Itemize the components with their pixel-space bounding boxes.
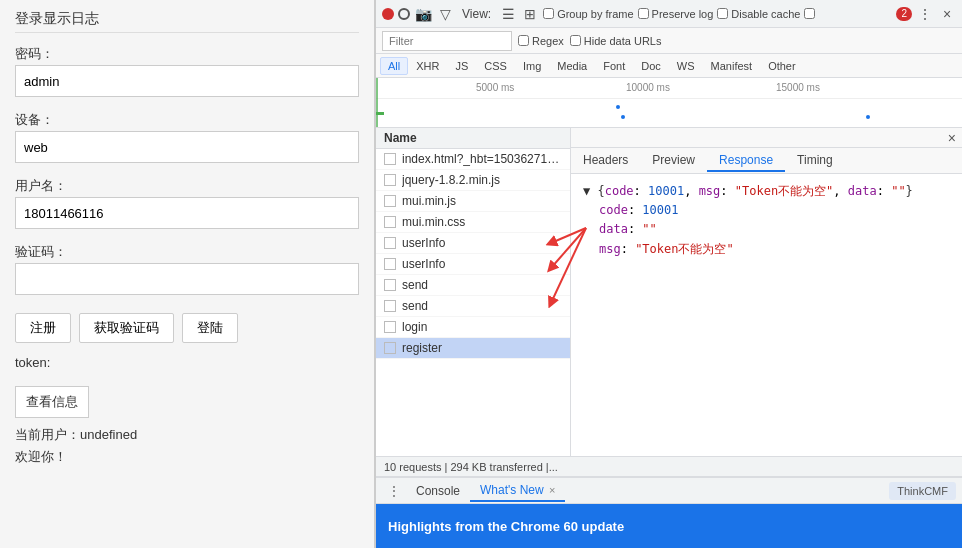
disable-cache-input[interactable] [717,8,728,19]
console-dots-icon[interactable]: ⋮ [382,481,406,501]
file-item-login[interactable]: login [376,317,570,338]
hide-data-urls-input[interactable] [570,35,581,46]
file-checkbox-jquery[interactable] [384,174,396,186]
get-captcha-button[interactable]: 获取验证码 [79,313,174,343]
timeline-area: 5000 ms 10000 ms 15000 ms [376,78,962,128]
console-tabs: ⋮ Console What's New × ThinkCMF [376,478,962,504]
offline-checkbox[interactable] [804,8,815,19]
file-name-index: index.html?_hbt=1503627165... [402,152,562,166]
captcha-input[interactable] [15,263,359,295]
hide-data-urls-checkbox[interactable]: Hide data URLs [570,35,662,47]
response-view: ▼ {code: 10001, msg: "Token不能为空", data: … [571,174,962,456]
timeline-mark-3: 15000 ms [776,82,820,93]
file-checkbox-send1[interactable] [384,279,396,291]
view-info-button[interactable]: 查看信息 [15,386,89,418]
tab-timing[interactable]: Timing [785,150,845,172]
captcha-group: 验证码： [15,243,359,295]
file-checkbox-login[interactable] [384,321,396,333]
detail-panel: × Headers Preview Response Timing ▼ {cod… [571,128,962,456]
tab-preview[interactable]: Preview [640,150,707,172]
filter-tab-js[interactable]: JS [447,57,476,75]
more-options-icon[interactable]: ⋮ [916,5,934,23]
password-group: 密码： [15,45,359,97]
detail-close-icon[interactable]: × [948,130,956,146]
file-name-register: register [402,341,442,355]
left-panel: 登录显示日志 密码： 设备： 用户名： 验证码： 注册 获取验证码 登陆 tok… [0,0,375,548]
register-button[interactable]: 注册 [15,313,71,343]
console-message: Highlights from the Chrome 60 update [388,519,624,534]
filter-type-tabs: All XHR JS CSS Img Media Font Doc WS Man… [376,54,962,78]
detail-tabs: Headers Preview Response Timing [571,148,962,174]
file-item-muicss[interactable]: mui.min.css [376,212,570,233]
devtools-topbar: 📷 ▽ View: ☰ ⊞ Group by frame Preserve lo… [376,0,962,28]
filter-tab-doc[interactable]: Doc [633,57,669,75]
disable-cache-label: Disable cache [731,8,800,20]
filter-tab-font[interactable]: Font [595,57,633,75]
file-name-muijs: mui.min.js [402,194,456,208]
preserve-log-input[interactable] [638,8,649,19]
filter-tab-other[interactable]: Other [760,57,804,75]
camera-icon[interactable]: 📷 [414,5,432,23]
filter-tab-manifest[interactable]: Manifest [703,57,761,75]
file-checkbox-register[interactable] [384,342,396,354]
offline-input[interactable] [804,8,815,19]
file-item-muijs[interactable]: mui.min.js [376,191,570,212]
welcome-text: 欢迎你！ [15,446,359,468]
filter-tab-ws[interactable]: WS [669,57,703,75]
filter-tab-xhr[interactable]: XHR [408,57,447,75]
file-checkbox-send2[interactable] [384,300,396,312]
regex-checkbox[interactable]: Regex [518,35,564,47]
file-item-index[interactable]: index.html?_hbt=1503627165... [376,149,570,170]
file-item-send2[interactable]: send [376,296,570,317]
group-by-frame-label: Group by frame [557,8,633,20]
filter-icon[interactable]: ▽ [436,5,454,23]
file-item-send1[interactable]: send [376,275,570,296]
filter-tab-css[interactable]: CSS [476,57,515,75]
file-checkbox-userinfo2[interactable] [384,258,396,270]
file-checkbox-index[interactable] [384,153,396,165]
password-label: 密码： [15,45,359,63]
file-item-userinfo1[interactable]: userInfo [376,233,570,254]
device-input[interactable] [15,131,359,163]
close-devtools-icon[interactable]: × [938,5,956,23]
record-button[interactable] [382,8,394,20]
network-toolbar: Regex Hide data URLs [376,28,962,54]
response-line-1: ▼ {code: 10001, msg: "Token不能为空", data: … [583,182,950,201]
filter-tab-img[interactable]: Img [515,57,549,75]
file-checkbox-muijs[interactable] [384,195,396,207]
timeline-dot-blue-2 [621,115,625,119]
login-button[interactable]: 登陆 [182,313,238,343]
tab-headers[interactable]: Headers [571,150,640,172]
device-label: 设备： [15,111,359,129]
username-group: 用户名： [15,177,359,229]
file-checkbox-userinfo1[interactable] [384,237,396,249]
whats-new-close-icon[interactable]: × [549,484,555,496]
group-by-frame-checkbox[interactable]: Group by frame [543,8,633,20]
console-tab[interactable]: Console [406,481,470,501]
console-content: Highlights from the Chrome 60 update [376,504,962,548]
file-checkbox-muicss[interactable] [384,216,396,228]
response-line-code: code: 10001 [583,201,950,220]
filter-tab-media[interactable]: Media [549,57,595,75]
disable-cache-checkbox[interactable]: Disable cache [717,8,800,20]
grid-view-icon[interactable]: ⊞ [521,5,539,23]
username-input[interactable] [15,197,359,229]
list-view-icon[interactable]: ☰ [499,5,517,23]
regex-input[interactable] [518,35,529,46]
captcha-label: 验证码： [15,243,359,261]
response-line-data: data: "" [583,220,950,239]
group-by-frame-input[interactable] [543,8,554,19]
whats-new-tab[interactable]: What's New × [470,480,565,502]
error-badge: 2 [896,7,912,21]
filter-tab-all[interactable]: All [380,57,408,75]
stop-button[interactable] [398,8,410,20]
current-user-text: 当前用户：undefined [15,424,359,446]
filter-input[interactable] [382,31,512,51]
file-item-jquery[interactable]: jquery-1.8.2.min.js [376,170,570,191]
file-item-register[interactable]: register [376,338,570,359]
tab-response[interactable]: Response [707,150,785,172]
preserve-log-checkbox[interactable]: Preserve log [638,8,714,20]
file-item-userinfo2[interactable]: userInfo [376,254,570,275]
timeline-bar-left [376,78,378,127]
password-input[interactable] [15,65,359,97]
